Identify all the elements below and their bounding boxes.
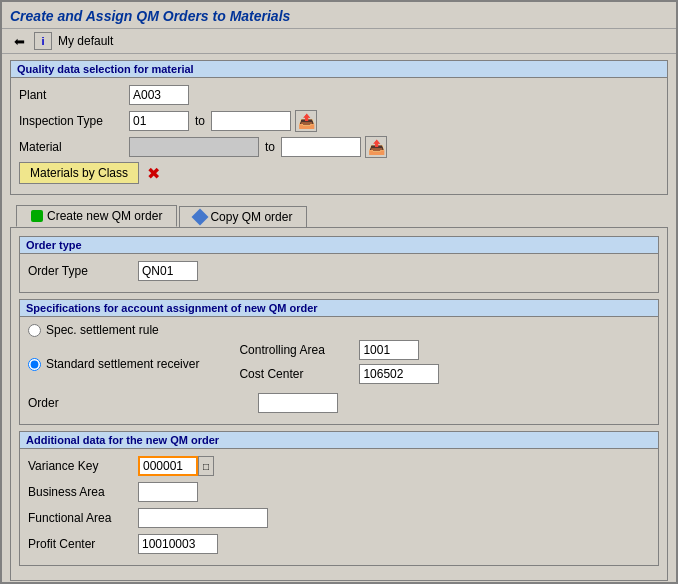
tabs-container: Create new QM order Copy QM order bbox=[10, 201, 668, 227]
business-area-row: Business Area bbox=[28, 481, 650, 503]
order-type-label: Order Type bbox=[28, 264, 138, 278]
plant-row: Plant bbox=[19, 84, 659, 106]
standard-settlement-row: Standard settlement receiver Controlling… bbox=[28, 340, 650, 388]
info-icon[interactable]: i bbox=[34, 32, 52, 50]
tab-create-label: Create new QM order bbox=[47, 209, 162, 223]
quality-section-header: Quality data selection for material bbox=[11, 61, 667, 78]
title-bar: Create and Assign QM Orders to Materials bbox=[2, 2, 676, 29]
cost-center-row: Cost Center bbox=[239, 364, 439, 384]
material-row: Material to 📤 bbox=[19, 136, 659, 158]
business-area-label: Business Area bbox=[28, 485, 138, 499]
inspection-nav-icon[interactable]: 📤 bbox=[295, 110, 317, 132]
spec-settlement-radio[interactable] bbox=[28, 324, 41, 337]
additional-section: Additional data for the new QM order Var… bbox=[19, 431, 659, 566]
controlling-area-input[interactable] bbox=[359, 340, 419, 360]
back-icon[interactable]: ⬅ bbox=[10, 32, 28, 50]
profit-center-row: Profit Center bbox=[28, 533, 650, 555]
quality-section: Quality data selection for material Plan… bbox=[10, 60, 668, 195]
delete-icon[interactable]: ✖ bbox=[147, 164, 160, 183]
to-label-1: to bbox=[195, 114, 205, 128]
standard-settlement-radio[interactable] bbox=[28, 358, 41, 371]
default-text: My default bbox=[58, 34, 113, 48]
quality-section-body: Plant Inspection Type to 📤 Material to bbox=[11, 78, 667, 194]
tab-create[interactable]: Create new QM order bbox=[16, 205, 177, 227]
materials-by-class-button[interactable]: Materials by Class bbox=[19, 162, 139, 184]
tab-content-area: Order type Order Type Specifications for… bbox=[10, 227, 668, 581]
functional-area-input[interactable] bbox=[138, 508, 268, 528]
page-title: Create and Assign QM Orders to Materials bbox=[10, 8, 668, 24]
inspection-type-label: Inspection Type bbox=[19, 114, 129, 128]
toolbar: ⬅ i My default bbox=[2, 29, 676, 54]
order-type-header: Order type bbox=[20, 237, 658, 254]
content-area: Quality data selection for material Plan… bbox=[2, 54, 676, 582]
order-type-row: Order Type bbox=[28, 260, 650, 282]
tab-copy[interactable]: Copy QM order bbox=[179, 206, 307, 227]
additional-section-header: Additional data for the new QM order bbox=[20, 432, 658, 449]
inspection-type-row: Inspection Type to 📤 bbox=[19, 110, 659, 132]
order-type-input[interactable] bbox=[138, 261, 198, 281]
material-input[interactable] bbox=[129, 137, 259, 157]
plant-label: Plant bbox=[19, 88, 129, 102]
order-type-body: Order Type bbox=[20, 254, 658, 292]
variance-key-btn[interactable]: □ bbox=[198, 456, 214, 476]
spec-settlement-row: Spec. settlement rule bbox=[28, 323, 650, 337]
order-input[interactable] bbox=[258, 393, 338, 413]
variance-key-row: Variance Key □ bbox=[28, 455, 650, 477]
settlement-fields: Controlling Area Cost Center bbox=[219, 340, 439, 388]
material-nav-icon[interactable]: 📤 bbox=[365, 136, 387, 158]
create-tab-icon bbox=[31, 210, 43, 222]
inspection-type-input[interactable] bbox=[129, 111, 189, 131]
cost-center-label: Cost Center bbox=[239, 367, 359, 381]
additional-section-body: Variance Key □ Business Area Functional … bbox=[20, 449, 658, 565]
order-type-section: Order type Order Type bbox=[19, 236, 659, 293]
profit-center-input[interactable] bbox=[138, 534, 218, 554]
copy-tab-icon bbox=[192, 209, 209, 226]
variance-key-input[interactable] bbox=[138, 456, 198, 476]
standard-settlement-label: Standard settlement receiver bbox=[46, 357, 199, 371]
account-section: Specifications for account assignment of… bbox=[19, 299, 659, 425]
spec-settlement-label: Spec. settlement rule bbox=[46, 323, 159, 337]
account-section-body: Spec. settlement rule Standard settlemen… bbox=[20, 317, 658, 424]
plant-input[interactable] bbox=[129, 85, 189, 105]
cost-center-input[interactable] bbox=[359, 364, 439, 384]
materials-btn-row: Materials by Class ✖ bbox=[19, 162, 659, 184]
profit-center-label: Profit Center bbox=[28, 537, 138, 551]
material-label: Material bbox=[19, 140, 129, 154]
variance-key-field-group: □ bbox=[138, 456, 214, 476]
functional-area-label: Functional Area bbox=[28, 511, 138, 525]
order-row: Order bbox=[28, 392, 650, 414]
inspection-type-to-input[interactable] bbox=[211, 111, 291, 131]
controlling-area-row: Controlling Area bbox=[239, 340, 439, 360]
material-to-input[interactable] bbox=[281, 137, 361, 157]
main-window: Create and Assign QM Orders to Materials… bbox=[0, 0, 678, 584]
to-label-2: to bbox=[265, 140, 275, 154]
functional-area-row: Functional Area bbox=[28, 507, 650, 529]
variance-key-label: Variance Key bbox=[28, 459, 138, 473]
order-label: Order bbox=[28, 396, 258, 410]
account-section-header: Specifications for account assignment of… bbox=[20, 300, 658, 317]
business-area-input[interactable] bbox=[138, 482, 198, 502]
tab-copy-label: Copy QM order bbox=[210, 210, 292, 224]
controlling-area-label: Controlling Area bbox=[239, 343, 359, 357]
